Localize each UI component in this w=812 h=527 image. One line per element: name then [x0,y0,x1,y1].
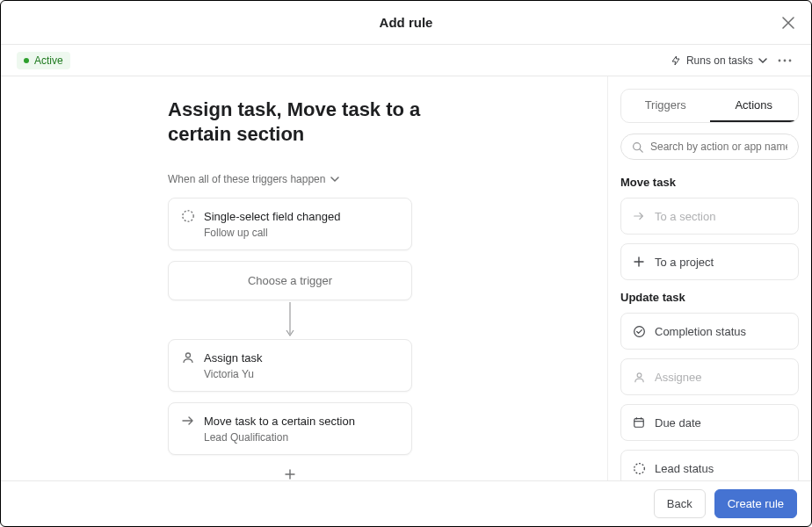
chevron-down-icon [330,175,339,184]
person-icon [632,370,646,384]
circle-dash-icon [181,209,195,223]
create-rule-button[interactable]: Create rule [714,489,797,518]
group-label: Move task [620,176,799,189]
lightning-icon [671,55,681,66]
action-item-label: To a section [655,210,715,223]
status-pill[interactable]: Active [17,52,70,69]
action-card[interactable]: Assign task Victoria Yu [168,339,412,392]
status-label: Active [34,54,63,67]
runs-on-dropdown[interactable]: Runs on tasks [671,54,767,67]
actions-list[interactable]: Move task To a section To a project Upda… [608,172,811,480]
trigger-condition-label: When all of these triggers happen [168,173,325,185]
svg-point-2 [789,59,792,61]
action-completion-status[interactable]: Completion status [620,313,799,350]
search-icon [632,141,643,153]
trigger-label: Single-select field changed [204,210,340,223]
action-item-label: To a project [655,256,714,269]
status-dot-icon [24,58,29,63]
svg-point-14 [634,463,644,473]
svg-point-8 [634,326,644,336]
action-due-date[interactable]: Due date [620,404,799,441]
connector-arrow [168,300,412,339]
trigger-condition-dropdown[interactable]: When all of these triggers happen [168,173,339,185]
chevron-down-icon [758,56,767,65]
runs-on-label: Runs on tasks [686,54,753,67]
action-to-project[interactable]: To a project [620,243,799,280]
actions-panel: Triggers Actions Move task To a section … [607,76,811,480]
action-item-label: Due date [655,416,701,430]
toolbar: Active Runs on tasks [1,45,811,76]
close-icon [782,17,794,29]
arrow-right-icon [181,414,195,428]
more-icon [778,59,792,62]
svg-point-0 [779,59,781,61]
main-area: Assign task, Move task to a certain sect… [1,76,811,480]
back-button[interactable]: Back [654,489,706,518]
action-sub: Lead Qualification [204,431,399,444]
footer: Back Create rule [1,480,811,526]
arrow-down-icon [285,300,295,339]
close-button[interactable] [778,12,799,33]
arrow-right-icon [632,209,646,223]
modal-header: Add rule [1,1,811,45]
panel-tabs: Triggers Actions [620,89,799,123]
modal-title: Add rule [380,15,433,30]
action-label: Assign task [204,351,262,365]
search-input-wrapper[interactable] [620,134,799,160]
action-to-section[interactable]: To a section [620,198,799,235]
action-lead-status[interactable]: Lead status [620,450,799,480]
person-icon [181,350,195,365]
calendar-icon [632,415,646,430]
circle-dash-icon [632,461,646,475]
svg-line-7 [640,148,642,151]
svg-rect-10 [634,419,644,428]
action-item-label: Lead status [655,462,714,475]
group-label: Update task [620,291,799,304]
search-input[interactable] [650,141,787,153]
trigger-sub: Follow up call [204,227,399,239]
action-assignee[interactable]: Assignee [620,358,799,395]
more-menu-button[interactable] [774,50,795,71]
tab-triggers[interactable]: Triggers [621,90,710,122]
plus-icon [285,469,295,480]
action-sub: Victoria Yu [204,368,399,380]
action-card[interactable]: Move task to a certain section Lead Qual… [168,402,412,455]
rule-canvas[interactable]: Assign task, Move task to a certain sect… [1,76,607,480]
action-item-label: Completion status [655,325,746,338]
tab-actions[interactable]: Actions [710,90,799,122]
rule-title: Assign task, Move task to a certain sect… [168,97,431,146]
plus-icon [632,255,646,269]
svg-point-9 [637,372,642,377]
svg-point-5 [186,353,191,357]
svg-point-3 [183,211,193,221]
add-step-button[interactable] [168,466,412,480]
check-circle-icon [632,324,646,338]
choose-trigger-button[interactable]: Choose a trigger [168,261,412,300]
action-label: Move task to a certain section [204,415,355,428]
trigger-card[interactable]: Single-select field changed Follow up ca… [168,198,412,250]
action-item-label: Assignee [655,371,701,384]
svg-point-1 [784,59,787,61]
